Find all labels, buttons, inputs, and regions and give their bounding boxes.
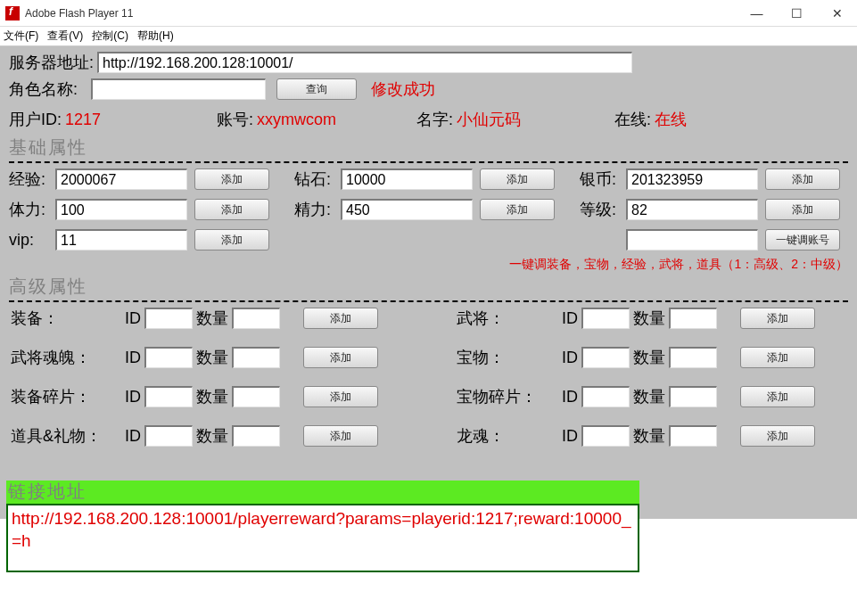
energy-input[interactable] — [341, 199, 473, 220]
qty-label: 数量 — [633, 347, 665, 368]
user-id-value: 1217 — [65, 111, 101, 129]
dragonsoul-qty-input[interactable] — [669, 425, 717, 447]
diamond-label: 钻石: — [294, 168, 341, 190]
divider-adv — [9, 300, 848, 302]
soul-qty-input[interactable] — [232, 347, 280, 368]
diamond-input[interactable] — [341, 168, 473, 190]
adv-item-label: 道具&礼物： — [9, 425, 125, 447]
id-label: ID — [125, 349, 141, 367]
jump-hint: 一键调装备，宝物，经验，武将，道具（1：高级、2：中级） — [509, 257, 848, 271]
general-id-input[interactable] — [581, 308, 630, 329]
treasurefrag-id-input[interactable] — [581, 386, 630, 407]
qty-label: 数量 — [196, 386, 228, 407]
minimize-button[interactable]: — — [737, 1, 777, 26]
section-basic-title: 基础属性 — [9, 136, 848, 160]
exp-add-button[interactable]: 添加 — [194, 168, 269, 190]
section-adv-title: 高级属性 — [9, 275, 848, 299]
energy-label: 精力: — [294, 199, 341, 220]
server-address-input[interactable] — [97, 52, 632, 73]
soul-add-button[interactable]: 添加 — [303, 347, 378, 368]
vip-add-button[interactable]: 添加 — [194, 229, 269, 251]
id-label: ID — [562, 388, 578, 407]
qty-label: 数量 — [196, 347, 228, 368]
content-area: 服务器地址: 角色名称: 查询 修改成功 用户ID: 1217 账号: xxym… — [0, 46, 857, 519]
energy-add-button[interactable]: 添加 — [480, 199, 555, 220]
query-button[interactable]: 查询 — [276, 78, 357, 100]
close-button[interactable]: ✕ — [817, 1, 857, 26]
treasurefrag-qty-input[interactable] — [669, 386, 717, 407]
general-qty-input[interactable] — [669, 308, 717, 329]
id-label: ID — [125, 427, 141, 446]
account-label: 账号: — [217, 109, 253, 130]
treasure-qty-input[interactable] — [669, 347, 717, 368]
name-value: 小仙元码 — [457, 109, 521, 130]
menu-help[interactable]: 帮助(H) — [137, 29, 174, 44]
item-id-input[interactable] — [144, 425, 193, 447]
adv-general-label: 武将： — [455, 308, 562, 329]
dragonsoul-id-input[interactable] — [581, 425, 630, 447]
equipfrag-id-input[interactable] — [144, 386, 193, 407]
adv-equipfrag-label: 装备碎片： — [9, 386, 125, 407]
level-add-button[interactable]: 添加 — [765, 199, 840, 220]
qty-label: 数量 — [633, 425, 665, 447]
treasure-id-input[interactable] — [581, 347, 630, 368]
server-address-label: 服务器地址: — [9, 52, 94, 73]
diamond-add-button[interactable]: 添加 — [480, 168, 555, 190]
link-url-box[interactable]: http://192.168.200.128:10001/playerrewar… — [6, 504, 639, 572]
equipfrag-add-button[interactable]: 添加 — [303, 386, 378, 407]
silver-add-button[interactable]: 添加 — [765, 168, 840, 190]
jump-input[interactable] — [626, 229, 758, 251]
equip-qty-input[interactable] — [232, 308, 280, 329]
qty-label: 数量 — [633, 386, 665, 407]
menu-control[interactable]: 控制(C) — [92, 29, 128, 44]
status-message: 修改成功 — [371, 78, 435, 100]
qty-label: 数量 — [196, 425, 228, 447]
id-label: ID — [562, 427, 578, 446]
stamina-add-button[interactable]: 添加 — [194, 199, 269, 220]
adv-soul-label: 武将魂魄： — [9, 347, 125, 368]
equip-id-input[interactable] — [144, 308, 193, 329]
vip-label: vip: — [9, 231, 55, 250]
qty-label: 数量 — [633, 308, 665, 329]
online-label: 在线: — [614, 109, 651, 130]
vip-input[interactable] — [55, 229, 187, 251]
section-link-title: 链接地址 — [6, 480, 639, 504]
account-value: xxymwcom — [257, 111, 336, 129]
equipfrag-qty-input[interactable] — [232, 386, 280, 407]
item-add-button[interactable]: 添加 — [303, 425, 378, 447]
silver-input[interactable] — [626, 168, 758, 190]
flash-icon — [5, 6, 20, 21]
name-label: 名字: — [416, 109, 453, 130]
id-label: ID — [562, 349, 578, 367]
id-label: ID — [125, 388, 141, 407]
advanced-grid: 装备： ID 数量 添加 武将： ID 数量 添加 武将魂魄： ID 数量 添加… — [9, 308, 848, 447]
treasure-add-button[interactable]: 添加 — [740, 347, 815, 368]
qty-label: 数量 — [196, 308, 228, 329]
divider — [9, 161, 848, 163]
titlebar: Adobe Flash Player 11 — ☐ ✕ — [0, 0, 857, 27]
soul-id-input[interactable] — [144, 347, 193, 368]
exp-input[interactable] — [55, 168, 187, 190]
maximize-button[interactable]: ☐ — [777, 1, 817, 26]
exp-label: 经验: — [9, 168, 55, 190]
user-id-label: 用户ID: — [9, 109, 62, 130]
stamina-input[interactable] — [55, 199, 187, 220]
silver-label: 银币: — [580, 168, 626, 190]
link-area: 链接地址 http://192.168.200.128:10001/player… — [6, 480, 639, 572]
adv-dragonsoul-label: 龙魂： — [455, 425, 562, 447]
id-label: ID — [562, 309, 578, 328]
dragonsoul-add-button[interactable]: 添加 — [740, 425, 815, 447]
item-qty-input[interactable] — [232, 425, 280, 447]
equip-add-button[interactable]: 添加 — [303, 308, 378, 329]
adv-treasurefrag-label: 宝物碎片： — [455, 386, 562, 407]
menu-file[interactable]: 文件(F) — [4, 29, 38, 44]
menu-view[interactable]: 查看(V) — [47, 29, 83, 44]
jump-account-button[interactable]: 一键调账号 — [765, 229, 840, 251]
role-name-input[interactable] — [91, 78, 266, 100]
level-input[interactable] — [626, 199, 758, 220]
treasurefrag-add-button[interactable]: 添加 — [740, 386, 815, 407]
level-label: 等级: — [580, 199, 626, 220]
role-name-label: 角色名称: — [9, 78, 91, 100]
id-label: ID — [125, 309, 141, 328]
general-add-button[interactable]: 添加 — [740, 308, 815, 329]
